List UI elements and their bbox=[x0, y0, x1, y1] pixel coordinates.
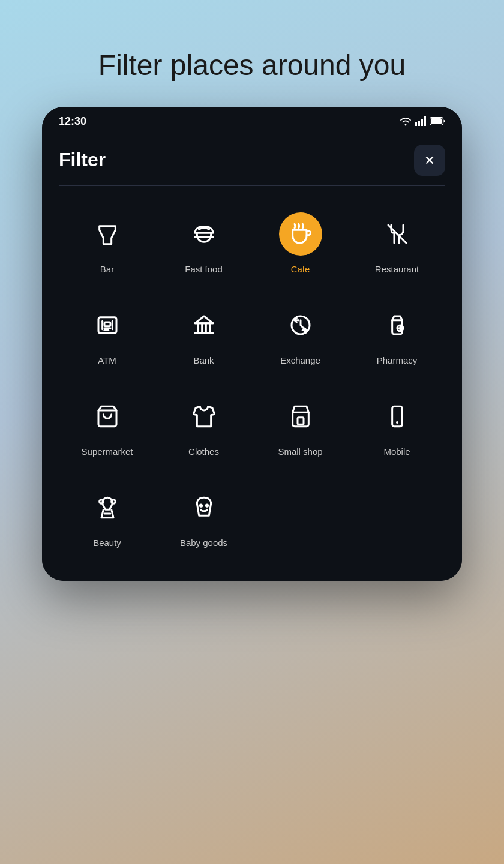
svg-rect-15 bbox=[104, 322, 110, 326]
restaurant-icon bbox=[385, 222, 409, 246]
bar-icon bbox=[95, 222, 119, 246]
bar-label: Bar bbox=[100, 264, 114, 275]
filter-item-atm[interactable]: ATM bbox=[59, 295, 155, 374]
exchange-label: Exchange bbox=[280, 355, 320, 366]
baby-goods-label: Baby goods bbox=[180, 538, 227, 548]
svg-rect-1 bbox=[418, 121, 420, 126]
filter-item-clothes[interactable]: Clothes bbox=[155, 386, 252, 466]
filter-item-mobile[interactable]: Mobile bbox=[349, 386, 445, 466]
signal-icon bbox=[415, 116, 426, 126]
supermarket-label: Supermarket bbox=[82, 446, 133, 457]
filter-grid: Bar Fast food bbox=[59, 204, 445, 557]
filter-item-cafe[interactable]: Cafe bbox=[252, 204, 349, 283]
cafe-icon-circle bbox=[279, 212, 322, 256]
supermarket-icon-circle bbox=[86, 395, 129, 438]
atm-icon-circle bbox=[86, 304, 129, 347]
filter-item-restaurant[interactable]: Restaurant bbox=[349, 204, 445, 283]
small-shop-icon-circle bbox=[279, 395, 322, 438]
fast-food-icon-circle bbox=[182, 212, 226, 256]
clothes-icon bbox=[192, 404, 216, 428]
close-button[interactable] bbox=[414, 145, 445, 176]
small-shop-label: Small shop bbox=[278, 446, 322, 457]
exchange-icon-circle bbox=[279, 304, 322, 347]
status-bar: 12:30 bbox=[42, 107, 462, 133]
status-time: 12:30 bbox=[59, 115, 86, 128]
phone-frame: 12:30 Filter bbox=[42, 107, 462, 581]
pharmacy-icon bbox=[385, 313, 409, 337]
wifi-icon bbox=[400, 116, 412, 126]
restaurant-label: Restaurant bbox=[375, 264, 419, 275]
bank-icon bbox=[192, 313, 216, 337]
mobile-icon bbox=[385, 404, 409, 428]
svg-rect-3 bbox=[424, 116, 426, 126]
svg-point-33 bbox=[99, 499, 103, 503]
pharmacy-label: Pharmacy bbox=[377, 355, 418, 366]
filter-item-small-shop[interactable]: Small shop bbox=[252, 386, 349, 466]
filter-header: Filter bbox=[59, 145, 445, 176]
baby-goods-icon bbox=[192, 496, 216, 520]
filter-item-bank[interactable]: Bank bbox=[155, 295, 252, 374]
svg-point-35 bbox=[200, 505, 202, 506]
filter-item-fast-food[interactable]: Fast food bbox=[155, 204, 252, 283]
svg-rect-2 bbox=[421, 119, 423, 126]
svg-rect-29 bbox=[298, 417, 304, 424]
restaurant-icon-circle bbox=[376, 212, 419, 256]
battery-icon bbox=[430, 117, 445, 125]
baby-goods-icon-circle bbox=[182, 486, 226, 529]
small-shop-icon bbox=[289, 404, 313, 428]
svg-rect-5 bbox=[431, 118, 442, 124]
beauty-icon bbox=[95, 496, 119, 520]
fast-food-label: Fast food bbox=[185, 264, 223, 275]
svg-point-34 bbox=[111, 499, 115, 503]
bank-label: Bank bbox=[193, 355, 214, 366]
mobile-icon-circle bbox=[376, 395, 419, 438]
atm-label: ATM bbox=[98, 355, 116, 366]
pharmacy-icon-circle bbox=[376, 304, 419, 347]
supermarket-icon bbox=[95, 404, 119, 428]
app-content: Filter Bar bbox=[42, 133, 462, 581]
divider bbox=[59, 185, 445, 186]
svg-point-36 bbox=[206, 505, 208, 506]
beauty-icon-circle bbox=[86, 486, 129, 529]
page-title: Filter places around you bbox=[74, 48, 430, 83]
fast-food-icon bbox=[192, 222, 216, 246]
atm-icon bbox=[95, 313, 119, 337]
filter-item-exchange[interactable]: Exchange bbox=[252, 295, 349, 374]
filter-item-pharmacy[interactable]: Pharmacy bbox=[349, 295, 445, 374]
cafe-icon bbox=[289, 222, 313, 246]
status-icons bbox=[400, 116, 445, 126]
cafe-label: Cafe bbox=[291, 264, 310, 275]
filter-title: Filter bbox=[59, 149, 106, 171]
filter-item-baby-goods[interactable]: Baby goods bbox=[155, 478, 252, 557]
filter-item-bar[interactable]: Bar bbox=[59, 204, 155, 283]
clothes-label: Clothes bbox=[188, 446, 219, 457]
clothes-icon-circle bbox=[182, 395, 226, 438]
filter-item-supermarket[interactable]: Supermarket bbox=[59, 386, 155, 466]
bank-icon-circle bbox=[182, 304, 226, 347]
exchange-icon bbox=[289, 313, 313, 337]
close-icon bbox=[423, 154, 436, 167]
mobile-label: Mobile bbox=[383, 446, 410, 457]
filter-item-beauty[interactable]: Beauty bbox=[59, 478, 155, 557]
beauty-label: Beauty bbox=[93, 538, 121, 548]
bar-icon-circle bbox=[86, 212, 129, 256]
svg-rect-0 bbox=[415, 122, 417, 126]
